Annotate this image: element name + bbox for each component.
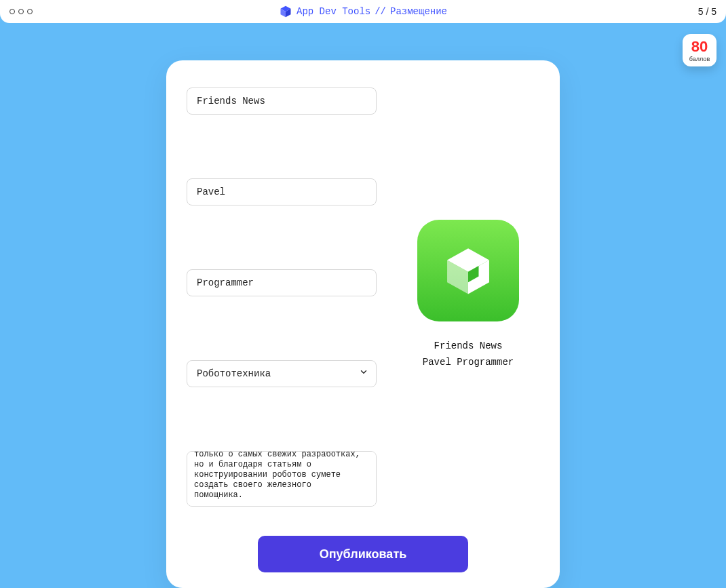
publish-button[interactable]: Опубликовать (258, 536, 468, 572)
top-bar: App Dev Tools // Размещение 5 / 5 (0, 0, 726, 23)
score-value: 80 (687, 39, 712, 54)
form-card: Friends News Pavel Programmer Опубликова… (166, 60, 560, 588)
title-sep: // (375, 6, 386, 17)
cube-icon (279, 5, 292, 18)
window-dot[interactable] (9, 9, 15, 14)
stage: Friends News Pavel Programmer Опубликова… (0, 23, 726, 588)
description-wrap (187, 451, 377, 510)
description-textarea[interactable] (187, 451, 377, 507)
window-dot[interactable] (18, 9, 24, 14)
title-text-a: App Dev Tools (297, 6, 370, 17)
window-dot[interactable] (27, 9, 33, 14)
category-select[interactable] (187, 360, 377, 387)
preview-column: Friends News Pavel Programmer (397, 87, 539, 368)
score-label: баллов (687, 56, 712, 62)
page-title: App Dev Tools // Размещение (279, 5, 447, 18)
category-select-wrap (187, 360, 377, 387)
last-name-input[interactable] (187, 269, 377, 296)
step-indicator: 5 / 5 (698, 6, 717, 17)
preview-author: Pavel Programmer (423, 357, 514, 368)
first-name-input[interactable] (187, 178, 377, 205)
app-name-input[interactable] (187, 87, 377, 115)
title-text-b: Размещение (390, 6, 447, 17)
app-icon (417, 220, 519, 321)
score-card: 80 баллов (683, 34, 717, 66)
form-column (187, 87, 377, 510)
preview-app-name: Friends News (434, 340, 503, 351)
window-controls[interactable] (9, 9, 33, 14)
form-row: Friends News Pavel Programmer (187, 87, 539, 510)
